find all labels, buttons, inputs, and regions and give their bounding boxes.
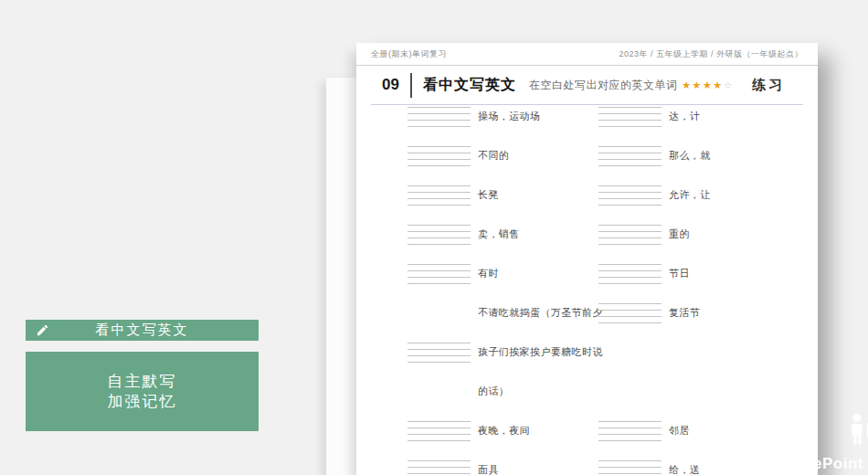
answer-blank	[598, 146, 662, 166]
answer-blank	[408, 460, 471, 475]
worksheet-cell-left: 卖，销售	[408, 215, 520, 254]
answer-blank	[408, 343, 471, 363]
worksheet-header: 全册(期末)单词复习 2023年 / 五年级上学期 / 外研版（一年级起点）	[356, 43, 818, 66]
worksheet-header-left: 全册(期末)单词复习	[371, 48, 447, 60]
worksheet-cell-right: 那么，就	[598, 136, 711, 175]
chinese-prompt: 长凳	[478, 188, 499, 202]
worksheet-row: 夜晚，夜间邻居	[356, 411, 818, 450]
screen: 看中文写英文 自主默写 加强记忆 全册(期末)单词复习 2023年 / 五年级上…	[0, 0, 868, 475]
worksheet-cell-left: 不请吃就捣蛋（万圣节前夕	[408, 293, 603, 332]
worksheet-cell-left: 长凳	[408, 175, 499, 215]
worksheet-instruction: 在空白处写出对应的英文单词	[529, 78, 678, 93]
worksheet-cell-left: 的话）	[408, 372, 509, 411]
worksheet-row: 不请吃就捣蛋（万圣节前夕复活节	[356, 293, 818, 332]
section-number: 09	[382, 76, 399, 94]
answer-blank	[598, 225, 662, 245]
chinese-prompt: 有时	[478, 267, 499, 280]
people-icon	[846, 409, 868, 451]
chinese-prompt: 不请吃就捣蛋（万圣节前夕	[478, 306, 603, 320]
answer-blank	[408, 264, 471, 284]
info-card: 自主默写 加强记忆	[26, 352, 259, 431]
worksheet-row: 面具给，送	[356, 450, 818, 475]
chinese-prompt: 操场，运动场	[478, 110, 540, 123]
worksheet-cell-left: 夜晚，夜间	[408, 411, 530, 450]
answer-blank	[598, 107, 662, 127]
blank-spacer	[408, 382, 471, 402]
answer-blank	[408, 185, 471, 206]
stars-empty: ☆	[724, 79, 734, 90]
chinese-prompt: 达，计	[669, 110, 700, 123]
chinese-prompt: 孩子们挨家挨户要糖吃时说	[478, 345, 603, 359]
chinese-prompt: 节日	[669, 267, 690, 280]
worksheet-cell-left: 面具	[408, 450, 499, 475]
practice-badge: 练习	[752, 77, 785, 94]
pencil-icon	[36, 323, 49, 337]
watermark-text: ePoint	[813, 455, 863, 473]
stars-filled: ★★★★	[682, 79, 723, 90]
answer-blank	[408, 421, 471, 441]
worksheet-row: 卖，销售重的	[356, 215, 818, 254]
chinese-prompt: 面具	[478, 463, 499, 475]
worksheet-rows: 操场，运动场达，计不同的那么，就长凳允许，让卖，销售重的有时节日不请吃就捣蛋（万…	[356, 97, 818, 475]
worksheet-row: 有时节日	[356, 254, 818, 293]
answer-blank	[598, 185, 662, 206]
worksheet-cell-left: 孩子们挨家挨户要糖吃时说	[408, 332, 603, 372]
answer-blank	[408, 107, 471, 127]
worksheet-row: 孩子们挨家挨户要糖吃时说	[356, 332, 818, 372]
chinese-prompt: 的话）	[478, 385, 509, 398]
worksheet-cell-left: 操场，运动场	[408, 97, 540, 136]
chinese-prompt: 复活节	[669, 306, 700, 320]
answer-blank	[598, 460, 662, 475]
chinese-prompt: 邻居	[669, 424, 690, 438]
worksheet-page: 全册(期末)单词复习 2023年 / 五年级上学期 / 外研版（一年级起点） 0…	[356, 43, 818, 475]
answer-blank	[408, 225, 471, 245]
chinese-prompt: 允许，让	[669, 188, 711, 202]
title-divider	[410, 73, 412, 98]
answer-blank	[408, 146, 471, 166]
chinese-prompt: 夜晚，夜间	[478, 424, 530, 438]
worksheet-cell-right: 达，计	[598, 97, 700, 136]
worksheet-cell-right: 允许，让	[598, 175, 711, 215]
worksheet-cell-right: 重的	[598, 215, 690, 254]
worksheet-cell-left: 不同的	[408, 136, 509, 175]
info-card-line2: 加强记忆	[108, 392, 177, 412]
worksheet-cell-right: 复活节	[598, 293, 700, 332]
chinese-prompt: 那么，就	[669, 149, 711, 163]
section-banner[interactable]: 看中文写英文	[26, 320, 259, 341]
answer-blank	[598, 303, 662, 323]
chinese-prompt: 重的	[669, 227, 690, 241]
worksheet-cell-right: 邻居	[598, 411, 690, 450]
worksheet-row: 不同的那么，就	[356, 136, 818, 175]
answer-blank	[598, 264, 662, 284]
blank-spacer	[408, 303, 471, 323]
answer-blank	[598, 421, 662, 441]
worksheet-cell-left: 有时	[408, 254, 499, 293]
chinese-prompt: 给，送	[669, 463, 700, 475]
worksheet-row: 操场，运动场达，计	[356, 97, 818, 136]
worksheet-title: 看中文写英文	[423, 76, 516, 95]
section-banner-label: 看中文写英文	[96, 322, 189, 339]
worksheet-cell-right: 节日	[598, 254, 690, 293]
worksheet-cell-right: 给，送	[598, 450, 700, 475]
chinese-prompt: 卖，销售	[478, 227, 520, 241]
worksheet-row: 的话）	[356, 372, 818, 411]
worksheet-row: 长凳允许，让	[356, 175, 818, 215]
info-card-line1: 自主默写	[108, 372, 177, 392]
chinese-prompt: 不同的	[478, 149, 509, 163]
worksheet-header-right: 2023年 / 五年级上学期 / 外研版（一年级起点）	[619, 48, 803, 60]
difficulty-rating: ★★★★☆	[682, 79, 734, 91]
